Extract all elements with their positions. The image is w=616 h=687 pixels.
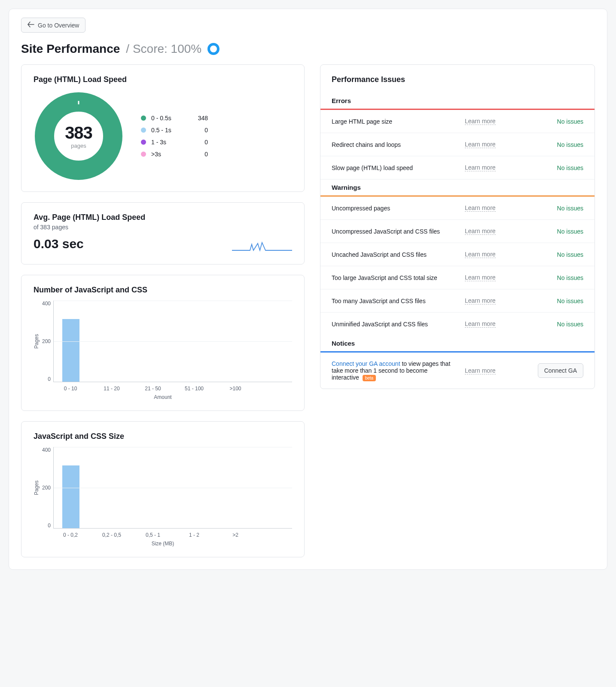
x-tick: >100: [223, 386, 248, 392]
legend-dot-icon: [141, 116, 146, 121]
avg-speed-subtitle: of 383 pages: [34, 224, 292, 231]
legend-label: >3s: [151, 151, 186, 158]
legend-value: 0: [191, 127, 208, 134]
legend-row: 0.5 - 1s0: [141, 127, 208, 134]
issue-row: Slow page (HTML) load speedLearn moreNo …: [320, 156, 595, 179]
legend-row: 1 - 3s0: [141, 139, 208, 146]
issue-row: Unminified JavaScript and CSS filesLearn…: [320, 313, 595, 335]
legend-dot-icon: [141, 152, 146, 157]
issue-status: No issues: [557, 164, 583, 171]
learn-more-link[interactable]: Learn more: [465, 228, 496, 235]
x-tick: 51 - 100: [181, 386, 207, 392]
issue-name: Slow page (HTML) load speed: [332, 164, 456, 171]
learn-more-link[interactable]: Learn more: [465, 141, 496, 148]
issue-name: Uncached JavaScript and CSS files: [332, 251, 456, 258]
legend-value: 0: [191, 151, 208, 158]
avg-speed-title: Avg. Page (HTML) Load Speed: [34, 213, 292, 222]
y-axis-label: Pages: [34, 334, 40, 349]
js-css-count-chart-card: Number of JavaScript and CSS Pages400200…: [21, 275, 305, 411]
issue-status: No issues: [557, 251, 583, 258]
x-tick: >2: [223, 532, 248, 538]
x-tick: 21 - 50: [140, 386, 166, 392]
learn-more-link[interactable]: Learn more: [465, 367, 496, 374]
issue-name: Uncompressed JavaScript and CSS files: [332, 228, 456, 235]
errors-section-header: Errors: [320, 93, 595, 110]
learn-more-link[interactable]: Learn more: [465, 204, 496, 212]
performance-issues-card: Performance Issues ErrorsLarge HTML page…: [320, 64, 595, 389]
go-to-overview-button[interactable]: Go to Overview: [21, 18, 85, 33]
issue-name: Large HTML page size: [332, 118, 456, 125]
warnings-section-header: Warnings: [320, 179, 595, 197]
legend-value: 348: [191, 115, 208, 122]
issue-row: Uncompressed JavaScript and CSS filesLea…: [320, 220, 595, 243]
issue-status: No issues: [557, 205, 583, 212]
y-tick: 400: [42, 301, 51, 307]
x-axis-label: Amount: [34, 394, 292, 400]
issue-row: Too large JavaScript and CSS total sizeL…: [320, 266, 595, 289]
score-label: / Score: 100%: [126, 42, 201, 56]
js-css-size-chart-card: JavaScript and CSS Size Pages40020000 - …: [21, 421, 305, 557]
legend-row: >3s0: [141, 151, 208, 158]
connect-ga-button[interactable]: Connect GA: [538, 363, 583, 378]
x-tick: 1 - 2: [181, 532, 207, 538]
legend-dot-icon: [141, 140, 146, 145]
beta-badge: beta: [363, 375, 376, 381]
x-tick: 0,2 - 0,5: [99, 532, 125, 538]
x-tick: 0 - 0,2: [58, 532, 83, 538]
donut-center-label: pages: [71, 143, 86, 149]
x-tick: 11 - 20: [99, 386, 125, 392]
legend-dot-icon: [141, 128, 146, 133]
notices-section-header: Notices: [320, 335, 595, 353]
arrow-left-icon: [27, 21, 34, 29]
sparkline-icon: [232, 240, 292, 252]
issue-status: No issues: [557, 141, 583, 148]
legend-row: 0 - 0.5s348: [141, 115, 208, 122]
learn-more-link[interactable]: Learn more: [465, 320, 496, 328]
issue-row: Too many JavaScript and CSS filesLearn m…: [320, 289, 595, 313]
x-axis-label: Size (MB): [34, 541, 292, 547]
bar: [62, 465, 79, 528]
learn-more-link[interactable]: Learn more: [465, 118, 496, 125]
y-tick: 0: [48, 376, 51, 382]
bar: [62, 319, 79, 382]
issue-row: Large HTML page sizeLearn moreNo issues: [320, 110, 595, 133]
connect-ga-link[interactable]: Connect your GA account: [332, 360, 400, 367]
issue-status: No issues: [557, 228, 583, 235]
y-tick: 400: [42, 447, 51, 453]
issue-row: Uncompressed pagesLearn moreNo issues: [320, 197, 595, 220]
issue-name: Redirect chains and loops: [332, 141, 456, 148]
y-axis-label: Pages: [34, 480, 40, 495]
issues-title: Performance Issues: [320, 75, 595, 93]
load-speed-card: Page (HTML) Load Speed 383 pages: [21, 64, 305, 192]
issue-name: Too many JavaScript and CSS files: [332, 298, 456, 304]
bar-chart: [53, 447, 292, 529]
learn-more-link[interactable]: Learn more: [465, 274, 496, 281]
bar-chart: [53, 301, 292, 382]
learn-more-link[interactable]: Learn more: [465, 164, 496, 171]
js-css-count-title: Number of JavaScript and CSS: [34, 286, 292, 295]
learn-more-link[interactable]: Learn more: [465, 297, 496, 304]
legend-label: 0.5 - 1s: [151, 127, 186, 134]
issue-status: No issues: [557, 321, 583, 328]
score-ring-icon: [207, 43, 220, 55]
issue-status: No issues: [557, 298, 583, 304]
issue-row: Redirect chains and loopsLearn moreNo is…: [320, 133, 595, 156]
load-speed-donut: 383 pages: [34, 91, 124, 181]
issue-status: No issues: [557, 118, 583, 125]
learn-more-link[interactable]: Learn more: [465, 251, 496, 258]
back-button-label: Go to Overview: [38, 22, 79, 29]
notice-row: Connect your GA account to view pages th…: [320, 353, 595, 389]
issue-row: Uncached JavaScript and CSS filesLearn m…: [320, 243, 595, 266]
issue-name: Uncompressed pages: [332, 205, 456, 212]
load-speed-title: Page (HTML) Load Speed: [34, 75, 292, 84]
y-tick: 200: [42, 338, 51, 344]
page-title: Site Performance: [21, 42, 120, 56]
y-tick: 0: [48, 523, 51, 529]
donut-center-value: 383: [65, 123, 92, 143]
notice-text: Connect your GA account to view pages th…: [332, 360, 456, 381]
page-title-row: Site Performance / Score: 100%: [21, 42, 595, 56]
y-tick: 200: [42, 485, 51, 491]
x-tick: 0 - 10: [58, 386, 83, 392]
js-css-size-title: JavaScript and CSS Size: [34, 432, 292, 441]
legend-value: 0: [191, 139, 208, 146]
